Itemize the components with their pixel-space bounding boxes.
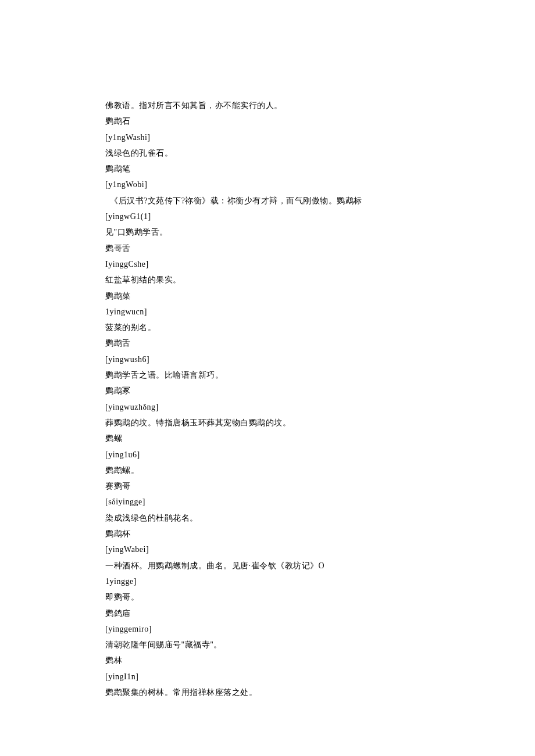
text-line: 清朝乾隆年间赐庙号"藏福寺"。 [105, 637, 535, 653]
text-line: 鹦鹉杯 [105, 526, 535, 542]
text-line: [ying1u6] [105, 447, 535, 463]
text-line: 鹦鹉菜 [105, 288, 535, 304]
text-line: [yingwG1(1] [105, 209, 535, 224]
text-line: 鹦哥舌 [105, 241, 535, 256]
text-line: [sδiyingge] [105, 494, 535, 510]
text-line: [yinggemiro] [105, 621, 535, 637]
text-line: 佛教语。指对所言不知其旨，亦不能实行的人。 [105, 98, 535, 113]
text-line: 葬鹦鹉的坟。特指唐杨玉环葬其宠物白鹦鹉的坟。 [105, 415, 535, 431]
text-line: 赛鹦哥 [105, 478, 535, 494]
text-line: 染成浅绿色的杜鹃花名。 [105, 510, 535, 526]
text-line: 鹦鹉石 [105, 113, 535, 129]
text-line: 鹦螺 [105, 431, 535, 446]
text-line: [yingwush6] [105, 352, 535, 367]
text-line: [yingwuzhδng] [105, 399, 535, 415]
text-line: 一种酒杯。用鹦鹉螺制成。曲名。见唐·崔令钦《教坊记》O [105, 558, 535, 574]
text-line: 鹦鹉学舌之语。比喻语言新巧。 [105, 367, 535, 383]
text-line: 浅绿色的孔雀石。 [105, 145, 535, 161]
text-line: 《后汉书?文苑传下?祢衡》载：祢衡少有才辩，而气刚傲物。鹦鹉标 [105, 193, 535, 209]
document-page: 佛教语。指对所言不知其旨，亦不能实行的人。 鹦鹉石 [y1ngWashi] 浅绿… [0, 0, 535, 700]
text-line: 鹦林 [105, 653, 535, 668]
text-line: [yingWabei] [105, 542, 535, 557]
text-line: [y1ngWashi] [105, 130, 535, 145]
text-line: 即鹦哥。 [105, 589, 535, 605]
text-line: 鹦鸽庙 [105, 605, 535, 621]
text-line: 1yingwucn] [105, 304, 535, 320]
text-line: 红盐草初结的果实。 [105, 272, 535, 288]
text-line: 鹦鹉冢 [105, 383, 535, 399]
text-line: 1yingge] [105, 574, 535, 589]
text-line: 鹦鹉舌 [105, 335, 535, 351]
text-line: [y1ngWobi] [105, 177, 535, 192]
text-line: [yingI1n] [105, 669, 535, 685]
text-line: 鹦鹉螺。 [105, 463, 535, 478]
text-line: IyinggCshe] [105, 256, 535, 272]
text-line: 鹦鹉笔 [105, 161, 535, 177]
text-line: 见"口鹦鹉学舌。 [105, 224, 535, 240]
text-line: 鹦鹉聚集的树林。常用指禅林座落之处。 [105, 685, 535, 700]
text-line: 菠菜的别名。 [105, 320, 535, 335]
